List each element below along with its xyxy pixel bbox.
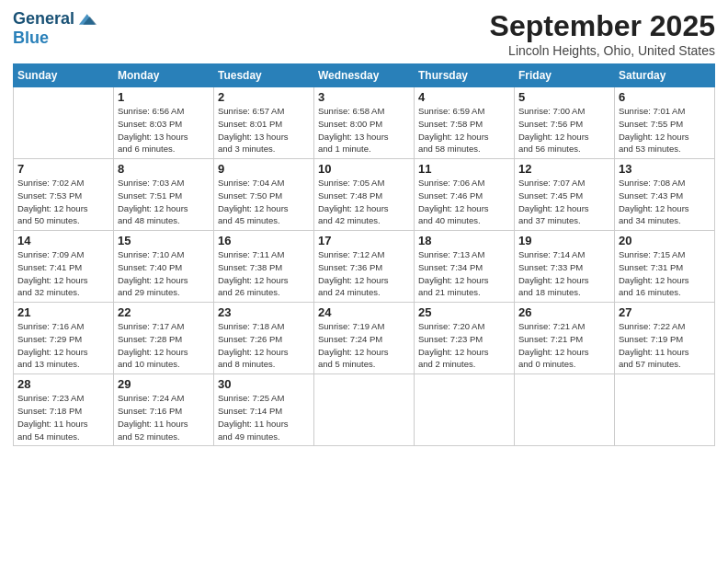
day-info: Sunrise: 6:57 AMSunset: 8:01 PMDaylight:… xyxy=(218,105,310,155)
calendar-week-row: 1Sunrise: 6:56 AMSunset: 8:03 PMDaylight… xyxy=(14,87,715,159)
calendar-cell: 12Sunrise: 7:07 AMSunset: 7:45 PMDayligh… xyxy=(515,159,615,231)
weekday-header-thursday: Thursday xyxy=(415,64,515,87)
day-info: Sunrise: 7:03 AMSunset: 7:51 PMDaylight:… xyxy=(118,177,210,227)
day-number: 17 xyxy=(318,234,410,247)
day-number: 3 xyxy=(318,90,410,104)
day-info: Sunrise: 7:16 AMSunset: 7:29 PMDaylight:… xyxy=(17,320,109,371)
calendar-cell: 30Sunrise: 7:25 AMSunset: 7:14 PMDayligh… xyxy=(214,374,314,446)
day-number: 2 xyxy=(218,90,310,104)
day-number: 27 xyxy=(619,305,711,319)
calendar-cell: 14Sunrise: 7:09 AMSunset: 7:41 PMDayligh… xyxy=(14,231,114,303)
logo: General Blue xyxy=(13,9,97,48)
day-number: 24 xyxy=(318,305,410,319)
day-number: 5 xyxy=(518,90,610,104)
day-number: 26 xyxy=(518,305,610,319)
day-info: Sunrise: 7:22 AMSunset: 7:19 PMDaylight:… xyxy=(619,320,711,371)
logo-blue-text: Blue xyxy=(13,29,97,48)
calendar-cell xyxy=(415,374,515,446)
day-number: 7 xyxy=(17,162,109,176)
day-info: Sunrise: 6:59 AMSunset: 7:58 PMDaylight:… xyxy=(418,105,510,155)
weekday-header-friday: Friday xyxy=(515,64,615,87)
calendar-cell: 25Sunrise: 7:20 AMSunset: 7:23 PMDayligh… xyxy=(415,303,515,374)
day-number: 23 xyxy=(218,305,310,319)
calendar-cell: 21Sunrise: 7:16 AMSunset: 7:29 PMDayligh… xyxy=(14,303,114,374)
day-number: 12 xyxy=(518,162,610,176)
day-info: Sunrise: 7:13 AMSunset: 7:34 PMDaylight:… xyxy=(418,248,510,299)
calendar-cell: 5Sunrise: 7:00 AMSunset: 7:56 PMDaylight… xyxy=(515,87,615,159)
day-info: Sunrise: 7:21 AMSunset: 7:21 PMDaylight:… xyxy=(518,320,610,371)
calendar-cell xyxy=(14,87,114,159)
calendar-cell: 23Sunrise: 7:18 AMSunset: 7:26 PMDayligh… xyxy=(214,303,314,374)
day-number: 18 xyxy=(418,234,510,247)
day-number: 20 xyxy=(619,234,711,247)
day-number: 30 xyxy=(218,377,310,391)
day-number: 1 xyxy=(118,90,210,104)
calendar-table: SundayMondayTuesdayWednesdayThursdayFrid… xyxy=(13,63,715,446)
calendar-cell xyxy=(515,374,615,446)
day-info: Sunrise: 7:10 AMSunset: 7:40 PMDaylight:… xyxy=(118,248,210,299)
calendar-cell: 7Sunrise: 7:02 AMSunset: 7:53 PMDaylight… xyxy=(14,159,114,231)
weekday-header-sunday: Sunday xyxy=(14,64,114,87)
calendar-cell: 27Sunrise: 7:22 AMSunset: 7:19 PMDayligh… xyxy=(615,303,715,374)
calendar-cell: 10Sunrise: 7:05 AMSunset: 7:48 PMDayligh… xyxy=(314,159,415,231)
title-block: September 2025 Lincoln Heights, Ohio, Un… xyxy=(490,9,715,58)
header-row: General Blue September 2025 Lincoln Heig… xyxy=(13,9,715,58)
day-info: Sunrise: 7:09 AMSunset: 7:41 PMDaylight:… xyxy=(17,248,109,299)
day-info: Sunrise: 7:24 AMSunset: 7:16 PMDaylight:… xyxy=(118,392,210,442)
day-number: 25 xyxy=(418,305,510,319)
logo-icon xyxy=(76,9,97,29)
calendar-week-row: 21Sunrise: 7:16 AMSunset: 7:29 PMDayligh… xyxy=(14,303,715,374)
day-info: Sunrise: 7:05 AMSunset: 7:48 PMDaylight:… xyxy=(318,177,410,227)
day-info: Sunrise: 7:00 AMSunset: 7:56 PMDaylight:… xyxy=(518,105,610,155)
weekday-header-row: SundayMondayTuesdayWednesdayThursdayFrid… xyxy=(14,64,715,87)
day-info: Sunrise: 7:17 AMSunset: 7:28 PMDaylight:… xyxy=(118,320,210,371)
day-info: Sunrise: 7:19 AMSunset: 7:24 PMDaylight:… xyxy=(318,320,410,371)
month-title: September 2025 xyxy=(490,9,715,43)
calendar-cell xyxy=(314,374,415,446)
day-number: 11 xyxy=(418,162,510,176)
calendar-week-row: 28Sunrise: 7:23 AMSunset: 7:18 PMDayligh… xyxy=(14,374,715,446)
day-number: 9 xyxy=(218,162,310,176)
calendar-cell: 29Sunrise: 7:24 AMSunset: 7:16 PMDayligh… xyxy=(114,374,214,446)
day-number: 4 xyxy=(418,90,510,104)
day-info: Sunrise: 7:08 AMSunset: 7:43 PMDaylight:… xyxy=(619,177,711,227)
calendar-cell: 13Sunrise: 7:08 AMSunset: 7:43 PMDayligh… xyxy=(615,159,715,231)
day-info: Sunrise: 7:20 AMSunset: 7:23 PMDaylight:… xyxy=(418,320,510,371)
calendar-cell: 20Sunrise: 7:15 AMSunset: 7:31 PMDayligh… xyxy=(615,231,715,303)
calendar-cell: 15Sunrise: 7:10 AMSunset: 7:40 PMDayligh… xyxy=(114,231,214,303)
day-info: Sunrise: 7:07 AMSunset: 7:45 PMDaylight:… xyxy=(518,177,610,227)
calendar-cell: 8Sunrise: 7:03 AMSunset: 7:51 PMDaylight… xyxy=(114,159,214,231)
day-info: Sunrise: 7:25 AMSunset: 7:14 PMDaylight:… xyxy=(218,392,310,442)
day-info: Sunrise: 7:23 AMSunset: 7:18 PMDaylight:… xyxy=(17,392,109,442)
calendar-cell: 16Sunrise: 7:11 AMSunset: 7:38 PMDayligh… xyxy=(214,231,314,303)
calendar-cell: 24Sunrise: 7:19 AMSunset: 7:24 PMDayligh… xyxy=(314,303,415,374)
calendar-cell: 3Sunrise: 6:58 AMSunset: 8:00 PMDaylight… xyxy=(314,87,415,159)
calendar-cell: 1Sunrise: 6:56 AMSunset: 8:03 PMDaylight… xyxy=(114,87,214,159)
weekday-header-monday: Monday xyxy=(114,64,214,87)
day-info: Sunrise: 7:18 AMSunset: 7:26 PMDaylight:… xyxy=(218,320,310,371)
day-info: Sunrise: 6:56 AMSunset: 8:03 PMDaylight:… xyxy=(118,105,210,155)
day-info: Sunrise: 7:01 AMSunset: 7:55 PMDaylight:… xyxy=(619,105,711,155)
calendar-cell: 9Sunrise: 7:04 AMSunset: 7:50 PMDaylight… xyxy=(214,159,314,231)
calendar-cell: 6Sunrise: 7:01 AMSunset: 7:55 PMDaylight… xyxy=(615,87,715,159)
calendar-cell: 19Sunrise: 7:14 AMSunset: 7:33 PMDayligh… xyxy=(515,231,615,303)
calendar-cell: 17Sunrise: 7:12 AMSunset: 7:36 PMDayligh… xyxy=(314,231,415,303)
day-number: 19 xyxy=(518,234,610,247)
day-number: 14 xyxy=(17,234,109,247)
day-number: 29 xyxy=(118,377,210,391)
day-number: 28 xyxy=(17,377,109,391)
calendar-cell: 28Sunrise: 7:23 AMSunset: 7:18 PMDayligh… xyxy=(14,374,114,446)
calendar-week-row: 14Sunrise: 7:09 AMSunset: 7:41 PMDayligh… xyxy=(14,231,715,303)
day-info: Sunrise: 6:58 AMSunset: 8:00 PMDaylight:… xyxy=(318,105,410,155)
day-info: Sunrise: 7:15 AMSunset: 7:31 PMDaylight:… xyxy=(619,248,711,299)
main-container: General Blue September 2025 Lincoln Heig… xyxy=(0,0,728,454)
day-number: 10 xyxy=(318,162,410,176)
day-info: Sunrise: 7:02 AMSunset: 7:53 PMDaylight:… xyxy=(17,177,109,227)
calendar-cell: 18Sunrise: 7:13 AMSunset: 7:34 PMDayligh… xyxy=(415,231,515,303)
calendar-cell: 2Sunrise: 6:57 AMSunset: 8:01 PMDaylight… xyxy=(214,87,314,159)
day-info: Sunrise: 7:14 AMSunset: 7:33 PMDaylight:… xyxy=(518,248,610,299)
day-number: 16 xyxy=(218,234,310,247)
calendar-cell: 26Sunrise: 7:21 AMSunset: 7:21 PMDayligh… xyxy=(515,303,615,374)
day-number: 21 xyxy=(17,305,109,319)
weekday-header-saturday: Saturday xyxy=(615,64,715,87)
